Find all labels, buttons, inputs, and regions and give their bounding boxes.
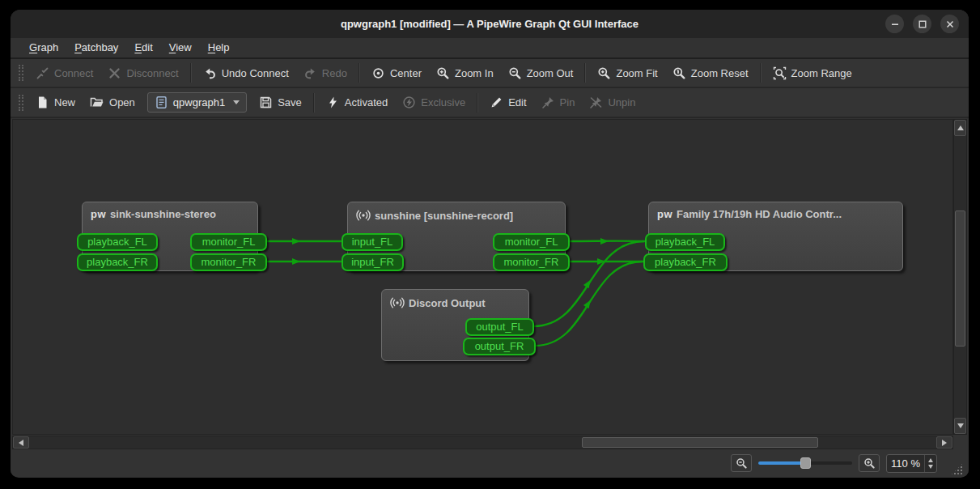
zoom-slider-handle[interactable] xyxy=(800,457,811,469)
exclusive-button[interactable]: Exclusive xyxy=(395,93,473,112)
save-button[interactable]: Save xyxy=(252,93,309,112)
window-title: qpwgraph1 [modified] — A PipeWire Graph … xyxy=(11,10,969,38)
menu-view[interactable]: View xyxy=(161,38,200,57)
new-file-icon xyxy=(36,96,49,109)
port-output-fr[interactable]: output_FR xyxy=(463,338,536,355)
zoom-in-icon xyxy=(436,66,450,80)
connect-button[interactable]: Connect xyxy=(28,64,100,83)
scroll-up-button[interactable] xyxy=(954,120,966,136)
scroll-left-button[interactable] xyxy=(13,436,29,449)
port-monitor-fl[interactable]: monitor_FL xyxy=(493,233,570,251)
patchbay-toolbar: New Open qpwgraph1 Save Activated Exclus… xyxy=(11,88,969,118)
pin-icon xyxy=(541,96,555,109)
disconnect-button[interactable]: Disconnect xyxy=(100,64,185,83)
zoom-slider-fill xyxy=(758,461,804,465)
port-playback-fr[interactable]: playback_FR xyxy=(643,253,728,271)
zoom-reset-button[interactable]: Zoom Reset xyxy=(665,64,756,83)
toolbar-separator xyxy=(760,63,762,83)
port-monitor-fl[interactable]: monitor_FL xyxy=(190,233,267,251)
graph-canvas[interactable]: pw sink-sunshine-stereo playback_FL play… xyxy=(12,119,953,435)
zoom-out-button[interactable]: Zoom Out xyxy=(501,64,581,83)
zoom-in-label: Zoom In xyxy=(455,67,494,79)
window-resize-grip[interactable] xyxy=(950,462,964,476)
zoom-in-button[interactable]: Zoom In xyxy=(429,64,501,83)
close-icon xyxy=(945,19,955,29)
zoom-fit-button[interactable]: Zoom Fit xyxy=(590,64,664,83)
scroll-right-button[interactable] xyxy=(936,436,952,449)
menu-graph[interactable]: Graph xyxy=(21,38,66,57)
close-button[interactable] xyxy=(940,15,959,33)
statusbar: 110 % xyxy=(11,450,969,476)
redo-button[interactable]: Redo xyxy=(296,64,354,83)
unpin-icon xyxy=(589,96,603,109)
undo-icon xyxy=(203,66,217,80)
horizontal-scroll-thumb[interactable] xyxy=(582,437,818,448)
port-monitor-fr[interactable]: monitor_FR xyxy=(493,253,570,271)
toolbar-separator xyxy=(477,93,478,113)
undo-connect-button[interactable]: Undo Connect xyxy=(196,64,296,83)
maximize-icon xyxy=(918,19,927,29)
port-output-fl[interactable]: output_FL xyxy=(465,318,534,336)
menu-help[interactable]: Help xyxy=(200,38,238,57)
status-zoom-out-button[interactable] xyxy=(731,454,752,472)
redo-icon xyxy=(303,66,317,80)
disconnect-label: Disconnect xyxy=(126,67,178,79)
spin-up-button[interactable] xyxy=(928,458,933,462)
exclusive-lightning-icon xyxy=(402,96,416,109)
edit-button[interactable]: Edit xyxy=(482,93,533,112)
vertical-scroll-thumb[interactable] xyxy=(955,210,965,347)
activated-lightning-icon xyxy=(326,96,340,109)
canvas-region: pw sink-sunshine-stereo playback_FL play… xyxy=(11,118,969,450)
maximize-button[interactable] xyxy=(913,15,931,33)
scroll-down-button[interactable] xyxy=(954,418,966,434)
port-monitor-fr[interactable]: monitor_FR xyxy=(190,253,267,271)
port-playback-fr[interactable]: playback_FR xyxy=(77,253,158,271)
new-label: New xyxy=(54,96,75,108)
disconnect-icon xyxy=(108,66,121,80)
graph-toolbar: Connect Disconnect Undo Connect Redo Cen… xyxy=(11,59,969,88)
menu-edit[interactable]: Edit xyxy=(126,38,160,57)
window-controls xyxy=(885,15,959,33)
pin-button[interactable]: Pin xyxy=(534,93,583,112)
toolbar-drag-handle[interactable] xyxy=(19,65,23,81)
center-button[interactable]: Center xyxy=(364,64,429,83)
zoom-in-icon xyxy=(863,457,876,470)
menubar: Graph Patchbay Edit View Help xyxy=(11,38,969,59)
status-zoom-in-button[interactable] xyxy=(859,454,880,472)
zoom-out-label: Zoom Out xyxy=(527,67,574,79)
port-playback-fl[interactable]: playback_FL xyxy=(645,233,725,251)
open-button[interactable]: Open xyxy=(83,93,142,112)
titlebar[interactable]: qpwgraph1 [modified] — A PipeWire Graph … xyxy=(11,10,969,38)
activated-button[interactable]: Activated xyxy=(319,93,395,112)
spin-down-button[interactable] xyxy=(928,465,933,469)
patchbay-file-icon xyxy=(155,96,168,109)
toolbar-separator xyxy=(358,63,360,83)
zoom-fit-icon xyxy=(597,66,611,80)
port-input-fl[interactable]: input_FL xyxy=(342,233,403,251)
zoom-range-icon xyxy=(773,66,787,80)
activated-label: Activated xyxy=(345,96,388,108)
zoom-slider[interactable] xyxy=(758,455,852,471)
new-button[interactable]: New xyxy=(28,93,83,112)
arrow-right-icon xyxy=(942,440,947,446)
minimize-button[interactable] xyxy=(885,15,904,33)
vertical-scrollbar[interactable] xyxy=(953,119,967,435)
patchbay-select-value: qpwgraph1 xyxy=(173,96,225,108)
zoom-out-icon xyxy=(508,66,522,80)
patchbay-select[interactable]: qpwgraph1 xyxy=(147,92,247,113)
toolbar-separator xyxy=(584,63,586,83)
zoom-range-button[interactable]: Zoom Range xyxy=(766,64,859,83)
arrow-down-icon xyxy=(957,423,964,428)
arrow-up-icon xyxy=(957,125,964,130)
zoom-reset-icon xyxy=(672,66,686,80)
horizontal-scrollbar[interactable] xyxy=(12,436,953,449)
unpin-button[interactable]: Unpin xyxy=(582,93,643,112)
toolbar-drag-handle[interactable] xyxy=(19,95,23,111)
port-input-fr[interactable]: input_FR xyxy=(342,253,404,271)
zoom-percent-spinbox[interactable]: 110 % xyxy=(886,454,937,473)
menu-patchbay[interactable]: Patchbay xyxy=(66,38,126,57)
save-icon xyxy=(259,96,273,109)
qpwgraph-window: qpwgraph1 [modified] — A PipeWire Graph … xyxy=(11,10,969,478)
port-playback-fl[interactable]: playback_FL xyxy=(77,233,158,251)
exclusive-label: Exclusive xyxy=(421,96,465,108)
